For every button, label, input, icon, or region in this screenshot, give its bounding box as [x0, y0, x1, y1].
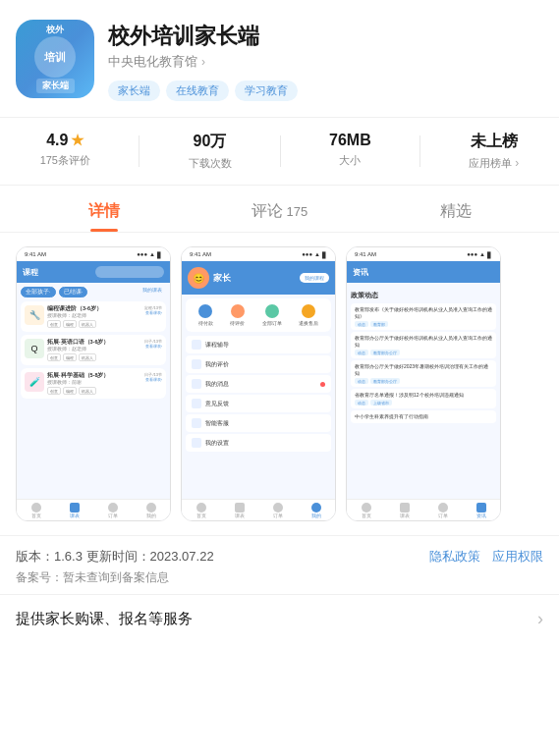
screenshot-2: 9:41 AM ●●●▲▊ 😊 家长 我的课程 待付款 待评价 全部订单 退换售… [181, 246, 336, 521]
record-value: 暂未查询到备案信息 [63, 570, 169, 584]
size-label: 大小 [339, 153, 361, 168]
version-section: 版本：1.6.3 更新时间：2023.07.22 隐私政策 应用权限 备案号：暂… [0, 535, 559, 594]
app-title: 校外培训家长端 [108, 24, 543, 49]
app-developer-row[interactable]: 中央电化教育馆 › [108, 53, 543, 71]
screenshots-section: 9:41 AM ●●●▲▊ 课程 全部孩子· 已结课· 我的课表 🔧 编 [0, 233, 559, 535]
stats-section: 4.9 ★ 175条评价 90万 下载次数 76MB 大小 未上榜 应用榜单 › [0, 117, 559, 186]
rank-arrow-icon: › [515, 156, 519, 170]
version-links: 隐私政策 应用权限 [429, 548, 543, 566]
tab-featured[interactable]: 精选 [367, 189, 543, 232]
stat-size: 76MB 大小 [329, 132, 371, 171]
tab-details[interactable]: 详情 [16, 189, 192, 232]
rank-value: 未上榜 [471, 132, 518, 152]
divider-2 [280, 135, 281, 167]
downloads-value: 90万 [194, 132, 227, 152]
privacy-link[interactable]: 隐私政策 [429, 548, 480, 566]
developer-name: 中央电化教育馆 [108, 53, 197, 71]
tabs-section: 详情 评论 175 精选 [0, 189, 559, 233]
icon-middle-text: 培训 [44, 51, 66, 63]
update-label: 更新时间： [83, 549, 150, 564]
app-icon: 校外 培训 家长端 [16, 20, 94, 98]
stat-rating: 4.9 ★ 175条评价 [40, 132, 90, 171]
service-arrow-icon: › [537, 609, 543, 629]
screenshot-3: 9:41 AM ●●●▲▊ 资讯 政策动态 教育部发布《关于做好校外培训机构从业… [346, 246, 501, 521]
tag-jiazhangeduan[interactable]: 家长端 [108, 81, 160, 101]
developer-arrow-icon: › [201, 55, 205, 69]
rating-value: 4.9 ★ [46, 132, 84, 149]
app-info: 校外培训家长端 中央电化教育馆 › 家长端 在线教育 学习教育 [108, 20, 543, 101]
divider-1 [139, 135, 140, 167]
star-icon: ★ [71, 132, 84, 149]
tag-online-edu[interactable]: 在线教育 [166, 81, 229, 101]
tag-learning[interactable]: 学习教育 [235, 81, 298, 101]
version-row: 版本：1.6.3 更新时间：2023.07.22 隐私政策 应用权限 [16, 548, 543, 566]
downloads-label: 下载次数 [189, 156, 232, 171]
stat-rank[interactable]: 未上榜 应用榜单 › [469, 132, 519, 171]
icon-bottom-text: 家长端 [36, 79, 75, 93]
permissions-link[interactable]: 应用权限 [492, 548, 543, 566]
update-date: 2023.07.22 [150, 549, 214, 564]
size-value: 76MB [329, 132, 371, 149]
record-label: 备案号： [16, 570, 63, 584]
version-info: 版本：1.6.3 更新时间：2023.07.22 [16, 548, 214, 566]
screenshot-1: 9:41 AM ●●●▲▊ 课程 全部孩子· 已结课· 我的课表 🔧 编 [16, 246, 171, 521]
icon-circle: 培训 [34, 36, 76, 78]
app-tags: 家长端 在线教育 学习教育 [108, 81, 543, 101]
icon-top-text: 校外 [46, 25, 64, 35]
rating-label: 175条评价 [40, 153, 90, 168]
rank-label: 应用榜单 › [469, 156, 519, 171]
service-row[interactable]: 提供家长购课、报名等服务 › [0, 594, 559, 643]
version-number: 1.6.3 [54, 549, 83, 564]
record-row: 备案号：暂未查询到备案信息 [16, 569, 543, 586]
stat-downloads: 90万 下载次数 [189, 132, 232, 171]
version-label: 版本： [16, 549, 54, 564]
app-header: 校外 培训 家长端 校外培训家长端 中央电化教育馆 › 家长端 在线教育 学习教… [0, 0, 559, 117]
service-label: 提供家长购课、报名等服务 [16, 610, 193, 628]
tab-reviews[interactable]: 评论 175 [192, 189, 367, 232]
divider-3 [419, 135, 420, 167]
